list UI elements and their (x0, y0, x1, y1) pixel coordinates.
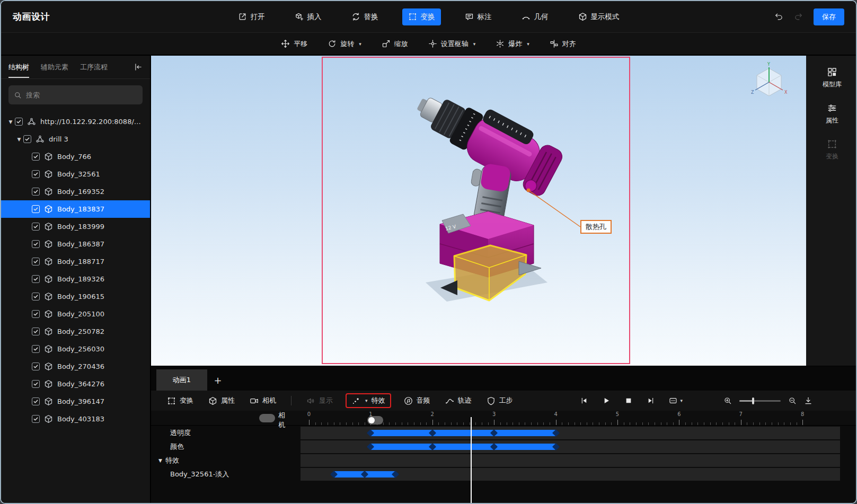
menu-replace[interactable]: 替换 (346, 8, 384, 25)
tl-tool-audio[interactable]: 音频 (404, 396, 430, 405)
keyframe-bar[interactable] (370, 430, 555, 436)
tree-item-body_169352[interactable]: Body_169352 (1, 183, 150, 200)
chevron-down-icon: ▾ (365, 398, 368, 403)
keyframe-bar[interactable] (370, 444, 555, 450)
speed-button[interactable]: ▾ (669, 396, 683, 405)
tree-item-body_205100[interactable]: Body_205100 (1, 305, 150, 323)
play-button[interactable] (602, 396, 611, 405)
menu-open[interactable]: 打开 (232, 8, 271, 25)
tree-item-body_189326[interactable]: Body_189326 (1, 270, 150, 288)
checkbox-checked[interactable] (23, 135, 31, 143)
menu-geometry[interactable]: 几何 (516, 8, 554, 25)
zoom-slider[interactable] (739, 400, 781, 402)
tool-explode[interactable]: 爆炸▾ (496, 39, 529, 49)
check-icon (33, 189, 39, 194)
tool-scale[interactable]: 缩放 (382, 39, 408, 49)
viewport-3d[interactable]: 12 V 散热孔 Y X Z (151, 56, 806, 366)
rail-properties[interactable]: 属性 (814, 96, 851, 132)
zoom-in-button[interactable] (723, 396, 732, 405)
tree-item-body_250782[interactable]: Body_250782 (1, 323, 150, 340)
checkbox-checked[interactable] (32, 310, 40, 318)
tl-tool-effects[interactable]: ▾特效 (346, 393, 391, 408)
checkbox-checked[interactable] (32, 205, 40, 213)
checkbox-checked[interactable] (32, 240, 40, 248)
checkbox-checked[interactable] (15, 118, 23, 126)
menu-insert[interactable]: 插入 (289, 8, 328, 25)
checkbox-checked[interactable] (32, 153, 40, 161)
export-button[interactable] (804, 396, 812, 405)
checkbox-checked[interactable] (32, 415, 40, 423)
tree-item-body_766[interactable]: Body_766 (1, 148, 150, 165)
move-icon (281, 39, 290, 48)
checkbox-checked[interactable] (32, 170, 40, 178)
tab-structure-tree[interactable]: 结构树 (8, 56, 29, 78)
tree-item-body_188717[interactable]: Body_188717 (1, 253, 150, 270)
tree-item-body_270436[interactable]: Body_270436 (1, 358, 150, 375)
group-caret-icon[interactable]: ▼ (158, 458, 162, 463)
tab-process-flow[interactable]: 工序流程 (80, 56, 108, 78)
search-box[interactable] (8, 85, 143, 104)
checkbox-checked[interactable] (32, 380, 40, 388)
save-button[interactable]: 保存 (814, 8, 844, 25)
checkbox-checked[interactable] (32, 293, 40, 300)
next-frame-button[interactable] (647, 396, 655, 405)
tab-aux-elements[interactable]: 辅助元素 (41, 56, 68, 78)
search-input[interactable] (26, 91, 137, 99)
axis-z-label: Z (751, 90, 754, 95)
tool-rotate[interactable]: 旋转▾ (328, 39, 361, 49)
timeline-ruler[interactable]: 012345678 (151, 411, 856, 426)
tree-item-http-10.122.92.200-8088-pack...[interactable]: ▼http://10.122.92.200:8088/pack... (1, 113, 150, 130)
align-icon (550, 39, 559, 48)
checkbox-checked[interactable] (32, 223, 40, 231)
tree-item-body_190615[interactable]: Body_190615 (1, 288, 150, 305)
checkbox-checked[interactable] (32, 397, 40, 405)
selected-part-highlight[interactable] (454, 245, 526, 300)
tree-item-body_403183[interactable]: Body_403183 (1, 410, 150, 428)
menu-transform[interactable]: 变换 (402, 8, 441, 25)
undo-button[interactable] (774, 12, 783, 21)
checkbox-checked[interactable] (32, 328, 40, 335)
menu-annotate[interactable]: 标注 (459, 8, 498, 25)
annotation-label[interactable]: 散热孔 (580, 220, 612, 234)
cube-icon (44, 310, 53, 319)
tool-align[interactable]: 对齐 (550, 39, 576, 49)
tl-tool-camera[interactable]: 相机 (250, 396, 276, 405)
prev-frame-button[interactable] (580, 396, 588, 405)
checkbox-checked[interactable] (32, 258, 40, 266)
menu-display-mode[interactable]: 显示模式 (572, 8, 625, 25)
tl-tool-trajectory[interactable]: 轨迹 (445, 396, 472, 405)
row-label-cell: 颜色 (170, 440, 184, 453)
tool-translate[interactable]: 平移 (281, 39, 307, 49)
expand-caret-icon[interactable]: ▼ (6, 119, 15, 125)
checkbox-checked[interactable] (32, 362, 40, 370)
tree-item-body_32561[interactable]: Body_32561 (1, 165, 150, 183)
tree-item-body_183999[interactable]: Body_183999 (1, 218, 150, 235)
slider-handle[interactable] (752, 397, 754, 404)
rail-model-library[interactable]: 模型库 (814, 60, 851, 96)
tree-item-body_186387[interactable]: Body_186387 (1, 235, 150, 253)
stop-button[interactable] (624, 396, 633, 405)
tree-item-body_256030[interactable]: Body_256030 (1, 340, 150, 358)
redo-button[interactable] (794, 12, 803, 21)
timeline-tab-animation1[interactable]: 动画1 (156, 369, 207, 391)
expand-caret-icon[interactable]: ▼ (15, 137, 23, 142)
add-animation-button[interactable]: + (208, 369, 227, 391)
lib-icon (827, 67, 837, 77)
tool-pivot[interactable]: 设置枢轴▾ (428, 39, 476, 49)
collapse-sidebar-button[interactable] (134, 63, 143, 72)
tree-item-body_364276[interactable]: Body_364276 (1, 375, 150, 393)
camera-toggle[interactable] (367, 416, 383, 425)
arc-icon (522, 12, 531, 21)
checkbox-checked[interactable] (32, 188, 40, 196)
checkbox-checked[interactable] (32, 345, 40, 353)
tree-item-drill-3[interactable]: ▼drill 3 (1, 130, 150, 148)
checkbox-checked[interactable] (32, 275, 40, 283)
view-cube[interactable]: Y X Z (748, 61, 792, 101)
playhead[interactable] (471, 417, 472, 503)
tl-tool-properties[interactable]: 属性 (208, 396, 235, 405)
tl-tool-transform[interactable]: 变换 (167, 396, 193, 405)
tree-item-body_183837[interactable]: Body_183837 (1, 200, 150, 218)
zoom-out-button[interactable] (788, 396, 797, 405)
tree-item-body_396147[interactable]: Body_396147 (1, 393, 150, 410)
tl-tool-step[interactable]: 工步 (487, 396, 513, 405)
